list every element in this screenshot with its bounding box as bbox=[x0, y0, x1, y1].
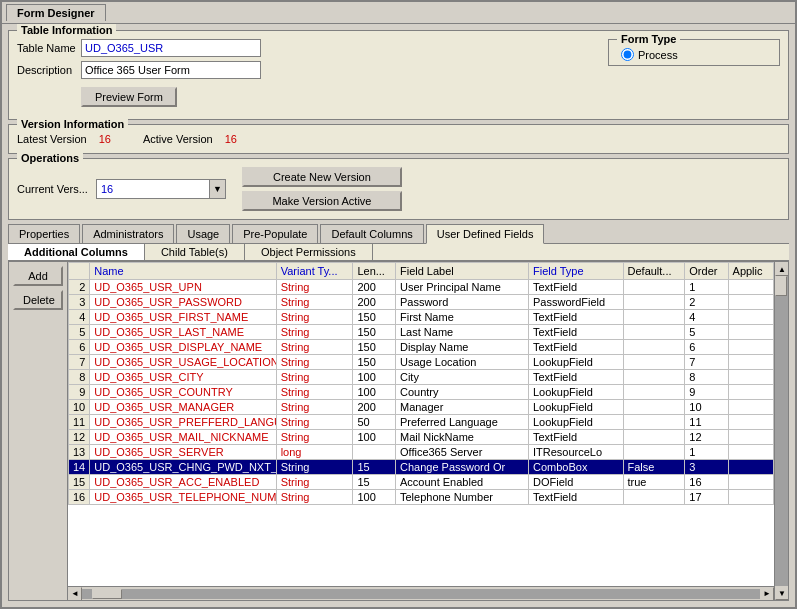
horizontal-scrollbar[interactable]: ◄ ► bbox=[68, 586, 774, 600]
row-field-label: Mail NickName bbox=[395, 430, 528, 445]
row-name[interactable]: UD_O365_USR_TELEPHONE_NUMBER bbox=[90, 490, 276, 505]
table-row[interactable]: 8UD_O365_USR_CITYString100CityTextField8 bbox=[69, 370, 774, 385]
sub-tab-additional-columns[interactable]: Additional Columns bbox=[8, 244, 145, 260]
table-row[interactable]: 2UD_O365_USR_UPNString200User Principal … bbox=[69, 280, 774, 295]
table-info-left: Table Name Description Preview Form bbox=[17, 39, 592, 111]
row-name[interactable]: UD_O365_USR_ACC_ENABLED bbox=[90, 475, 276, 490]
tab-pre-populate[interactable]: Pre-Populate bbox=[232, 224, 318, 243]
tab-properties[interactable]: Properties bbox=[8, 224, 80, 243]
current-version-select[interactable]: 16 ▼ bbox=[96, 179, 226, 199]
row-field-label: First Name bbox=[395, 310, 528, 325]
table-row[interactable]: 3UD_O365_USR_PASSWORDString200PasswordPa… bbox=[69, 295, 774, 310]
table-row[interactable]: 11UD_O365_USR_PREFFERD_LANGUAGEString50P… bbox=[69, 415, 774, 430]
scroll-thumb-v[interactable] bbox=[775, 276, 787, 296]
col-variant-type[interactable]: Variant Ty... bbox=[276, 263, 353, 280]
tab-usage[interactable]: Usage bbox=[176, 224, 230, 243]
table-scroll[interactable]: Name Variant Ty... Len... Field Label Fi… bbox=[68, 262, 774, 586]
row-name[interactable]: UD_O365_USR_COUNTRY bbox=[90, 385, 276, 400]
row-length bbox=[353, 445, 396, 460]
tab-default-columns[interactable]: Default Columns bbox=[320, 224, 423, 243]
tab-administrators[interactable]: Administrators bbox=[82, 224, 174, 243]
row-length: 200 bbox=[353, 280, 396, 295]
form-designer-tab[interactable]: Form Designer bbox=[6, 4, 106, 21]
sub-tab-object-permissions[interactable]: Object Permissions bbox=[245, 244, 373, 260]
row-applic bbox=[728, 295, 773, 310]
row-order: 11 bbox=[685, 415, 728, 430]
row-field-type: TextField bbox=[528, 340, 623, 355]
make-version-active-button[interactable]: Make Version Active bbox=[242, 191, 402, 211]
row-name[interactable]: UD_O365_USR_MAIL_NICKNAME bbox=[90, 430, 276, 445]
scroll-track-v[interactable] bbox=[775, 276, 788, 586]
row-name[interactable]: UD_O365_USR_CHNG_PWD_NXT_LOGIN bbox=[90, 460, 276, 475]
row-length: 150 bbox=[353, 355, 396, 370]
add-button[interactable]: Add bbox=[13, 266, 63, 286]
version-info-label: Version Information bbox=[17, 118, 128, 130]
sub-tab-child-tables[interactable]: Child Table(s) bbox=[145, 244, 245, 260]
row-order: 16 bbox=[685, 475, 728, 490]
table-name-row: Table Name bbox=[17, 39, 592, 57]
row-length: 100 bbox=[353, 385, 396, 400]
scroll-thumb[interactable] bbox=[92, 589, 122, 599]
vertical-scrollbar[interactable]: ▲ ▼ bbox=[774, 262, 788, 600]
row-variant-type: String bbox=[276, 295, 353, 310]
row-name[interactable]: UD_O365_USR_DISPLAY_NAME bbox=[90, 340, 276, 355]
row-variant-type: String bbox=[276, 310, 353, 325]
row-name[interactable]: UD_O365_USR_PREFFERD_LANGUAGE bbox=[90, 415, 276, 430]
row-field-label: City bbox=[395, 370, 528, 385]
row-applic bbox=[728, 325, 773, 340]
delete-button[interactable]: Delete bbox=[13, 290, 63, 310]
table-row[interactable]: 9UD_O365_USR_COUNTRYString100CountryLook… bbox=[69, 385, 774, 400]
select-arrow-icon[interactable]: ▼ bbox=[209, 180, 225, 198]
preview-form-button[interactable]: Preview Form bbox=[81, 87, 177, 107]
row-name[interactable]: UD_O365_USR_LAST_NAME bbox=[90, 325, 276, 340]
row-name[interactable]: UD_O365_USR_SERVER bbox=[90, 445, 276, 460]
row-num: 10 bbox=[69, 400, 90, 415]
row-name[interactable]: UD_O365_USR_MANAGER bbox=[90, 400, 276, 415]
row-order: 10 bbox=[685, 400, 728, 415]
description-input[interactable] bbox=[81, 61, 261, 79]
row-variant-type: long bbox=[276, 445, 353, 460]
row-order: 2 bbox=[685, 295, 728, 310]
row-name[interactable]: UD_O365_USR_PASSWORD bbox=[90, 295, 276, 310]
table-row[interactable]: 13UD_O365_USR_SERVERlongOffice365 Server… bbox=[69, 445, 774, 460]
row-order: 5 bbox=[685, 325, 728, 340]
row-applic bbox=[728, 460, 773, 475]
process-radio[interactable] bbox=[621, 48, 634, 61]
col-default: Default... bbox=[623, 263, 685, 280]
row-variant-type: String bbox=[276, 400, 353, 415]
row-name[interactable]: UD_O365_USR_UPN bbox=[90, 280, 276, 295]
row-order: 1 bbox=[685, 280, 728, 295]
row-default bbox=[623, 490, 685, 505]
table-row[interactable]: 6UD_O365_USR_DISPLAY_NAMEString150Displa… bbox=[69, 340, 774, 355]
create-new-version-button[interactable]: Create New Version bbox=[242, 167, 402, 187]
row-default bbox=[623, 370, 685, 385]
table-row[interactable]: 5UD_O365_USR_LAST_NAMEString150Last Name… bbox=[69, 325, 774, 340]
data-table: Name Variant Ty... Len... Field Label Fi… bbox=[68, 262, 774, 505]
active-version-value: 16 bbox=[225, 133, 237, 145]
table-row[interactable]: 10UD_O365_USR_MANAGERString200ManagerLoo… bbox=[69, 400, 774, 415]
table-row[interactable]: 14UD_O365_USR_CHNG_PWD_NXT_LOGINString15… bbox=[69, 460, 774, 475]
row-field-type: TextField bbox=[528, 280, 623, 295]
row-default bbox=[623, 340, 685, 355]
col-name[interactable]: Name bbox=[90, 263, 276, 280]
col-field-type[interactable]: Field Type bbox=[528, 263, 623, 280]
scroll-left-button[interactable]: ◄ bbox=[68, 587, 82, 601]
table-row[interactable]: 12UD_O365_USR_MAIL_NICKNAMEString100Mail… bbox=[69, 430, 774, 445]
table-row[interactable]: 7UD_O365_USR_USAGE_LOCATIONString150Usag… bbox=[69, 355, 774, 370]
scroll-down-button[interactable]: ▼ bbox=[775, 586, 789, 600]
row-field-label: Telephone Number bbox=[395, 490, 528, 505]
row-name[interactable]: UD_O365_USR_CITY bbox=[90, 370, 276, 385]
scroll-right-button[interactable]: ► bbox=[760, 587, 774, 601]
row-default: true bbox=[623, 475, 685, 490]
table-row[interactable]: 16UD_O365_USR_TELEPHONE_NUMBERString100T… bbox=[69, 490, 774, 505]
scroll-track[interactable] bbox=[82, 589, 760, 599]
table-row[interactable]: 4UD_O365_USR_FIRST_NAMEString150First Na… bbox=[69, 310, 774, 325]
table-body: 2UD_O365_USR_UPNString200User Principal … bbox=[69, 280, 774, 505]
scroll-up-button[interactable]: ▲ bbox=[775, 262, 789, 276]
table-name-input[interactable] bbox=[81, 39, 261, 57]
row-name[interactable]: UD_O365_USR_FIRST_NAME bbox=[90, 310, 276, 325]
row-name[interactable]: UD_O365_USR_USAGE_LOCATION bbox=[90, 355, 276, 370]
process-radio-option: Process bbox=[621, 48, 767, 61]
tab-user-defined-fields[interactable]: User Defined Fields bbox=[426, 224, 545, 244]
table-row[interactable]: 15UD_O365_USR_ACC_ENABLEDString15Account… bbox=[69, 475, 774, 490]
